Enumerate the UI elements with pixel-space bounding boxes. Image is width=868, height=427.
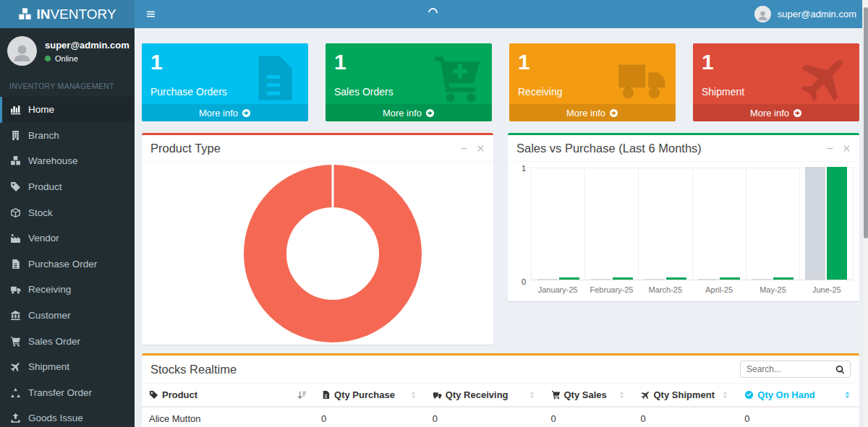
y-axis-label: 0 [522,277,526,286]
sidebar-item-label: Stock [28,207,53,218]
col-header-product[interactable]: Product [142,384,314,407]
table-cell: Alice Mutton [142,407,314,427]
sort-icon [843,390,852,400]
x-axis-label: January-25 [531,285,584,294]
info-box-inner: 1 Sales Orders [326,43,492,104]
info-box-inner: 1 Purchase Orders [142,43,308,104]
col-header-qty-purchase[interactable]: Qty Purchase [314,384,425,407]
info-box-count: 1 [334,50,483,75]
sidebar-user-panel: super@admin.com Online [0,28,135,74]
info-box-count: 1 [150,50,299,75]
info-box-receiving[interactable]: 1 Receiving More info [509,43,676,121]
col-header-qty-sales[interactable]: Qty Sales [544,384,634,407]
arrow-circle-right-icon [793,108,802,118]
col-header-qty-on-hand[interactable]: Qty On Hand [737,384,859,407]
info-box-sales-orders[interactable]: 1 Sales Orders More info [326,43,492,121]
bar-sales-march-25 [666,277,686,280]
info-box-label: Purchase Orders [150,86,299,98]
info-box-shipment[interactable]: 1 Shipment More info [693,43,859,121]
cubes-icon [10,155,21,166]
col-header-qty-receiving[interactable]: Qty Receiving [425,384,544,407]
sidebar-item-transfer-order[interactable]: Transfer Order [0,380,135,406]
col-header-qty-shipment[interactable]: Qty Shipment [634,384,738,407]
user-icon [12,43,32,63]
top-navbar: INVENTORY super@admin.com [0,0,868,28]
table-cell: 0 [544,407,634,427]
x-axis: January-25February-25March-25April-25May… [531,282,854,294]
user-status[interactable]: Online [45,54,129,63]
info-boxes-row: 1 Purchase Orders More info 1 Sales Orde… [142,43,859,121]
more-info-label: More info [750,108,789,118]
product-type-panel-header: Product Type [142,135,493,162]
panel-title: Sales vs Purchase (Last 6 Months) [516,142,702,155]
x-axis-label: April-25 [692,285,746,294]
tag-icon [10,181,21,192]
search-button[interactable] [830,365,850,374]
sidebar-item-vendor[interactable]: Vendor [0,225,135,251]
search-input[interactable] [741,364,830,374]
sidebar: super@admin.com Online INVENTORY MANAGEM… [0,28,135,427]
sidebar-item-receiving[interactable]: Receiving [0,277,135,303]
table-cell: 0 [425,407,544,427]
bar-group-january-25 [531,168,584,280]
x-axis-label: June-25 [800,285,854,294]
bar-sales-april-25 [720,277,740,280]
sidebar-item-shipment[interactable]: Shipment [0,354,135,380]
info-box-label: Shipment [702,86,851,98]
search-icon [835,365,845,374]
col-header-label: Qty Sales [564,389,607,400]
collapse-icon[interactable] [460,145,468,152]
table-body: Alice Mutton00000 [142,407,859,427]
bar-sales-february-25 [613,277,633,280]
table-header-row: Product Qty Purchase Qty Receiving Qty S… [142,384,859,407]
file-text-icon [10,259,21,269]
avatar [754,6,771,22]
truck-icon [10,284,21,295]
more-info-link[interactable]: More info [142,104,308,121]
col-header-label: Product [162,389,197,400]
sidebar-item-stock[interactable]: Stock [0,199,135,225]
sidebar-item-branch[interactable]: Branch [0,123,135,149]
plane-icon [641,389,652,400]
col-header-label: Qty Receiving [446,389,509,400]
cart-icon [10,336,21,347]
bar-sales-january-25 [559,277,579,280]
more-info-link[interactable]: More info [509,104,676,121]
bar-plot-area [531,168,854,280]
close-icon[interactable] [843,145,851,152]
sidebar-item-home[interactable]: Home [0,97,135,123]
truck-icon [433,390,442,400]
sort-icon [409,390,418,400]
close-icon[interactable] [477,145,485,152]
more-info-link[interactable]: More info [693,104,859,121]
x-axis-label: March-25 [639,285,692,294]
sidebar-item-customer[interactable]: Customer [0,303,135,329]
loading-spinner-icon [426,6,439,19]
bar-purchase-june-25 [805,167,825,280]
table-row: Alice Mutton00000 [142,407,859,427]
bar-group-march-25 [638,168,692,280]
info-box-count: 1 [702,50,851,75]
table-search-box [740,361,851,378]
sales-vs-purchase-panel: Sales vs Purchase (Last 6 Months) 1 0 Ja… [508,133,859,301]
info-box-inner: 1 Shipment [693,43,859,104]
sidebar-item-goods-issue[interactable]: Goods Issue [0,405,135,427]
sidebar-toggle-button[interactable] [135,0,166,28]
sidebar-item-sales-order[interactable]: Sales Order [0,328,135,354]
sidebar-item-label: Sales Order [28,336,80,347]
more-info-link[interactable]: More info [326,104,492,121]
sidebar-item-warehouse[interactable]: Warehouse [0,148,135,174]
sidebar-item-purchase-order[interactable]: Purchase Order [0,251,135,277]
sidebar-item-product[interactable]: Product [0,174,135,200]
collapse-icon[interactable] [826,145,834,152]
scrollbar-thumb[interactable] [864,7,868,238]
user-menu[interactable]: super@admin.com [743,0,868,28]
industry-icon [10,233,21,243]
main-content: 1 Purchase Orders More info 1 Sales Orde… [135,28,862,427]
upload-icon [10,413,21,423]
sidebar-item-label: Goods Issue [28,413,83,423]
table-cell: 0 [737,407,859,427]
info-box-purchase-orders[interactable]: 1 Purchase Orders More info [142,43,308,121]
recycle-icon [10,387,21,398]
app-logo[interactable]: INVENTORY [0,0,135,28]
